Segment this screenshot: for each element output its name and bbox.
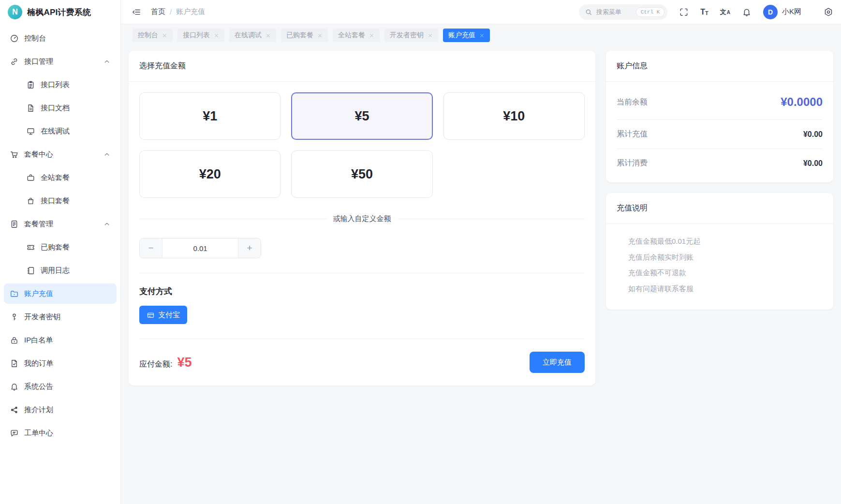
close-icon[interactable] [317, 33, 323, 38]
gear-icon[interactable] [824, 7, 833, 17]
sidebar-item-api-docs[interactable]: 接口文档 [4, 98, 117, 118]
user-menu[interactable]: D 小K网 [763, 5, 801, 19]
sidebar-item-dashboard[interactable]: 控制台 [4, 28, 117, 48]
recharge-footer: 应付金额: ¥5 立即充值 [139, 339, 585, 373]
note-item: 充值金额最低0.01元起 [628, 234, 823, 250]
file-list-icon [10, 220, 19, 229]
sidebar-item-referral-program[interactable]: 推介计划 [4, 400, 117, 420]
briefcase-icon [26, 173, 35, 182]
topbar-actions: Ctrl K TT 文A D 小K网 [579, 4, 833, 20]
menu-fold-icon[interactable] [132, 7, 141, 17]
sidebar-item-ticket-center[interactable]: 工单中心 [4, 423, 117, 443]
shopping-bag-icon [26, 196, 35, 206]
alipay-button[interactable]: 支付宝 [139, 306, 187, 324]
topbar: 首页 / 账户充值 Ctrl K TT 文A D 小K网 [121, 0, 841, 24]
sidebar-item-announcements[interactable]: 系统公告 [4, 376, 117, 397]
search-box[interactable]: Ctrl K [579, 4, 668, 20]
sidebar-item-api-packages[interactable]: 接口套餐 [4, 191, 117, 211]
tab-developer-keys[interactable]: 开发者密钥 [384, 29, 438, 42]
sidebar-item-label: 调用日志 [41, 266, 70, 275]
amount-option-5[interactable]: ¥5 [291, 92, 432, 140]
link-icon [10, 57, 19, 66]
total-spend-value: ¥0.00 [803, 159, 823, 168]
right-column: 账户信息 当前余额 ¥0.0000 累计充值 ¥0.00 累计消费 ¥0.00 [606, 51, 833, 310]
total-spend-label: 累计消费 [617, 158, 648, 168]
recharge-card-title: 选择充值金额 [129, 51, 595, 82]
breadcrumb-home[interactable]: 首页 [151, 7, 165, 16]
increase-button[interactable]: + [238, 238, 261, 258]
notifications-bell-icon[interactable] [742, 7, 752, 17]
close-icon[interactable] [479, 33, 485, 38]
fullscreen-icon[interactable] [679, 7, 689, 17]
monitor-icon [26, 127, 35, 136]
tab-site-packages[interactable]: 全站套餐 [333, 29, 380, 42]
chat-icon [10, 429, 19, 438]
sidebar-item-label: 接口套餐 [41, 196, 70, 206]
sidebar-item-label: 工单中心 [24, 429, 53, 438]
sidebar-item-api-list[interactable]: 接口列表 [4, 74, 117, 95]
payable-value: ¥5 [177, 355, 192, 370]
sidebar-item-label: 已购套餐 [41, 243, 70, 252]
close-icon[interactable] [214, 33, 219, 38]
search-input[interactable] [596, 8, 632, 15]
shortcut-badge: Ctrl K [636, 7, 665, 17]
tab-purchased-packages[interactable]: 已购套餐 [281, 29, 328, 42]
breadcrumb-separator: / [170, 8, 172, 16]
search-icon [585, 8, 592, 16]
amount-option-10[interactable]: ¥10 [443, 92, 585, 140]
tab-label: 账户充值 [448, 31, 475, 40]
chevron-up-icon [103, 58, 111, 65]
tab-label: 已购套餐 [286, 31, 313, 40]
custom-amount-divider-label: 或输入自定义金额 [333, 214, 391, 223]
recharge-now-button[interactable]: 立即充值 [530, 352, 585, 373]
sidebar-item-developer-keys[interactable]: 开发者密钥 [4, 307, 117, 327]
app-root: N 楠枫API计费系统 控制台 接口管理 接口列表 接口文档 [0, 0, 841, 504]
close-icon[interactable] [369, 33, 374, 38]
recharge-notes-body: 充值金额最低0.01元起 充值后余额实时到账 充值金额不可退款 如有问题请联系客… [606, 224, 833, 310]
sidebar-item-online-debug[interactable]: 在线调试 [4, 121, 117, 141]
username: 小K网 [782, 7, 801, 16]
breadcrumb-current: 账户充值 [176, 7, 205, 16]
amount-option-50[interactable]: ¥50 [291, 150, 432, 198]
chevron-up-icon [103, 150, 111, 158]
sidebar-item-api-management[interactable]: 接口管理 [4, 51, 117, 72]
tab-dashboard[interactable]: 控制台 [133, 29, 173, 42]
tab-label: 控制台 [138, 31, 158, 40]
sidebar-item-label: 在线调试 [41, 127, 70, 136]
close-icon[interactable] [162, 33, 167, 38]
tab-api-list[interactable]: 接口列表 [177, 29, 224, 42]
sidebar-item-call-logs[interactable]: 调用日志 [4, 260, 117, 281]
amount-option-1[interactable]: ¥1 [139, 92, 280, 140]
sidebar-item-account-recharge[interactable]: 账户充值 [4, 283, 117, 304]
gauge-icon [10, 34, 19, 43]
close-icon[interactable] [428, 33, 433, 38]
brand-logo-letter: N [12, 8, 18, 16]
font-size-icon[interactable]: TT [700, 8, 708, 16]
sidebar-item-site-packages[interactable]: 全站套餐 [4, 167, 117, 188]
sidebar-item-ip-whitelist[interactable]: IP白名单 [4, 330, 117, 350]
sidebar-item-package-center[interactable]: 套餐中心 [4, 144, 117, 164]
close-icon[interactable] [266, 33, 271, 38]
sidebar-nav: 控制台 接口管理 接口列表 接口文档 在线调试 套餐中心 [0, 24, 120, 452]
sidebar-item-my-orders[interactable]: 我的订单 [4, 353, 117, 373]
custom-amount-input[interactable] [162, 238, 238, 258]
bell-icon [10, 382, 19, 391]
tab-label: 全站套餐 [338, 31, 365, 40]
account-info-body: 当前余额 ¥0.0000 累计充值 ¥0.00 累计消费 ¥0.00 [606, 82, 833, 182]
amount-option-20[interactable]: ¥20 [139, 150, 280, 198]
custom-amount-divider: 或输入自定义金额 [139, 214, 585, 223]
sidebar-item-label: 套餐中心 [24, 150, 53, 159]
account-info-card: 账户信息 当前余额 ¥0.0000 累计充值 ¥0.00 累计消费 ¥0.00 [606, 51, 833, 182]
sidebar-item-label: 系统公告 [24, 382, 53, 391]
tab-online-debug[interactable]: 在线调试 [229, 29, 276, 42]
account-row-total-recharge: 累计充值 ¥0.00 [617, 120, 823, 149]
sidebar-item-package-management[interactable]: 套餐管理 [4, 214, 117, 234]
decrease-button[interactable]: − [140, 238, 162, 258]
tab-account-recharge[interactable]: 账户充值 [443, 29, 490, 42]
clipboard-list-icon [26, 80, 35, 89]
sidebar-item-purchased-packages[interactable]: 已购套餐 [4, 237, 117, 257]
translate-icon[interactable]: 文A [720, 9, 730, 15]
recharge-notes-title: 充值说明 [606, 193, 833, 224]
cart-icon [10, 150, 19, 159]
tabbar: 控制台 接口列表 在线调试 已购套餐 全站套餐 开发者密钥 [121, 24, 841, 44]
